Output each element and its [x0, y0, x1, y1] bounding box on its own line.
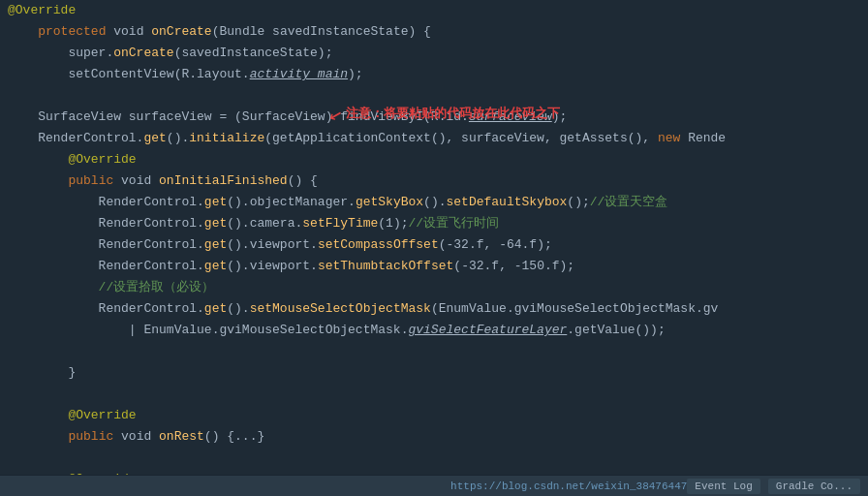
- token: onInitialFinished: [159, 173, 288, 188]
- code-line: | EnumValue.gviMouseSelectObjectMask.gvi…: [0, 320, 868, 341]
- token: .: [348, 195, 356, 209]
- code-content: RenderControl.get().viewport.setCompassO…: [8, 235, 868, 255]
- token: RenderControl.: [8, 216, 204, 231]
- token: () {...}: [204, 429, 264, 444]
- code-line: RenderControl.get().initialize(getApplic…: [0, 128, 868, 149]
- code-content: super.onCreate(savedInstanceState);: [8, 44, 868, 63]
- token: viewport: [250, 259, 310, 273]
- token: void: [113, 173, 159, 188]
- code-line: @Override: [0, 0, 868, 21]
- code-line: [0, 341, 868, 362]
- token: onRest: [159, 429, 204, 444]
- code-line: SurfaceView surfaceView = (SurfaceView) …: [0, 107, 868, 128]
- token: | EnumValue.gviMouseSelectObjectMask.: [8, 323, 408, 337]
- token: surfaceview: [469, 109, 552, 124]
- token: .: [310, 237, 318, 252]
- token: ().: [227, 195, 249, 209]
- token: [8, 429, 68, 444]
- token: onCreate: [151, 24, 211, 39]
- token: get: [204, 301, 227, 316]
- code-content: [8, 449, 868, 468]
- token: void: [106, 24, 151, 39]
- code-content: @Override: [8, 406, 868, 425]
- code-line: RenderControl.get().objectManager.getSky…: [0, 192, 868, 213]
- token: setDefaultSkybox: [447, 195, 568, 209]
- code-line: [0, 448, 868, 469]
- token: setContentView(R.layout.: [8, 67, 250, 81]
- code-content: //设置拾取（必设）: [8, 278, 868, 297]
- token: initialize: [189, 131, 264, 145]
- token: @Override: [8, 408, 137, 422]
- token: SurfaceView surfaceView = (SurfaceView) …: [8, 109, 469, 124]
- token: //设置天空盒: [590, 195, 668, 209]
- token: @Override: [8, 3, 76, 17]
- code-line: [0, 384, 868, 405]
- token: //设置飞行时间: [409, 216, 500, 231]
- code-content: public void onRest() {...}: [8, 427, 868, 447]
- token: () {: [288, 173, 318, 188]
- code-content: protected void onCreate(Bundle savedInst…: [8, 22, 868, 42]
- token: @Override: [8, 152, 137, 167]
- token: get: [204, 259, 227, 273]
- code-line: [0, 85, 868, 107]
- code-line: protected void onCreate(Bundle savedInst…: [0, 21, 868, 43]
- token: public: [68, 429, 113, 444]
- token: get: [204, 216, 227, 231]
- code-line: super.onCreate(savedInstanceState);: [0, 43, 868, 64]
- token: public: [68, 173, 113, 188]
- code-line: }: [0, 362, 868, 384]
- code-line: RenderControl.get().camera.setFlyTime(1)…: [0, 213, 868, 234]
- code-line: @Override: [0, 405, 868, 426]
- token: //设置拾取（必设）: [8, 280, 214, 294]
- token: (-32.f, -150.f);: [453, 259, 574, 273]
- code-content: public void onInitialFinished() {: [8, 171, 868, 191]
- token: setThumbtackOffset: [318, 259, 453, 273]
- token: ().: [227, 237, 249, 252]
- token: (Bundle savedInstanceState) {: [212, 24, 431, 39]
- code-line: //设置拾取（必设）: [0, 277, 868, 298]
- code-content: RenderControl.get().initialize(getApplic…: [8, 129, 868, 148]
- token: }: [8, 365, 76, 380]
- code-line: @Override: [0, 149, 868, 170]
- code-content: SurfaceView surfaceView = (SurfaceView) …: [8, 108, 868, 127]
- token: setFlyTime: [302, 216, 378, 231]
- token: );: [552, 109, 568, 124]
- token: get: [143, 131, 166, 145]
- code-content: }: [8, 363, 868, 383]
- bottom-tabs[interactable]: Event Log Gradle Co...: [687, 479, 860, 494]
- token: gviSelectFeatureLayer: [408, 323, 567, 337]
- code-content: @Override: [8, 1, 868, 20]
- token: RenderControl.: [8, 301, 204, 316]
- token: (savedInstanceState);: [174, 46, 333, 60]
- token: ().: [423, 195, 446, 209]
- token: [8, 173, 68, 188]
- token: ().: [167, 131, 189, 145]
- token: (-32.f, -64.f);: [439, 237, 552, 252]
- token: RenderControl.: [8, 259, 204, 273]
- code-content: | EnumValue.gviMouseSelectObjectMask.gvi…: [8, 321, 868, 340]
- token: (1);: [378, 216, 408, 231]
- token: RenderControl.: [8, 131, 143, 145]
- token: onCreate: [113, 46, 173, 60]
- token: void: [113, 429, 159, 444]
- token: [8, 24, 38, 39]
- code-line: setContentView(R.layout.activity_main);: [0, 64, 868, 85]
- token: objectManager: [250, 195, 348, 209]
- code-editor: @Override protected void onCreate(Bundle…: [0, 0, 868, 496]
- event-log-tab[interactable]: Event Log: [687, 479, 760, 494]
- blog-link: https://blog.csdn.net/weixin_38476447: [450, 480, 687, 492]
- code-content: RenderControl.get().setMouseSelectObject…: [8, 299, 868, 319]
- code-content: RenderControl.get().viewport.setThumbtac…: [8, 257, 868, 276]
- code-content: [8, 342, 868, 361]
- token: ().: [227, 301, 249, 316]
- gradle-tab[interactable]: Gradle Co...: [768, 479, 860, 494]
- token: activity_main: [250, 67, 348, 81]
- token: ();: [567, 195, 589, 209]
- token: setCompassOffset: [318, 237, 439, 252]
- code-content: setContentView(R.layout.activity_main);: [8, 65, 868, 84]
- token: get: [204, 195, 227, 209]
- token: Rende: [680, 131, 726, 145]
- code-content: RenderControl.get().camera.setFlyTime(1)…: [8, 214, 868, 233]
- token: );: [348, 67, 363, 81]
- bottom-bar: https://blog.csdn.net/weixin_38476447 Ev…: [0, 475, 868, 496]
